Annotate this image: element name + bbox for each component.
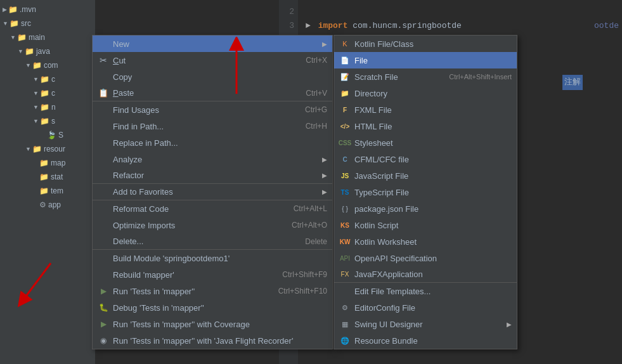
sitem-label: CFML/CFC file	[354, 155, 512, 164]
sitem-label: JavaScript File	[354, 171, 512, 181]
sitem-label: Resource Bundle	[354, 336, 512, 346]
menu-item-analyze[interactable]: Analyze ▶	[93, 151, 332, 167]
sitem-label: Kotlin Worksheet	[354, 237, 512, 247]
submenu-arrow-icon: ▶	[322, 188, 327, 195]
tree-item-src[interactable]: ▼ 📁 src	[0, 16, 95, 30]
folder-icon: 📁	[40, 75, 49, 84]
submenu-directory[interactable]: 📁 Directory	[334, 85, 517, 101]
menu-label: New	[113, 39, 322, 49]
tree-item-c1[interactable]: ▼ 📁 c	[0, 72, 95, 86]
submenu-scratch[interactable]: 📝 Scratch File Ctrl+Alt+Shift+Insert	[334, 68, 517, 85]
tree-label: tem	[51, 186, 63, 195]
tree-item-c2[interactable]: ▼ 📁 c	[0, 86, 95, 100]
menu-item-cut[interactable]: ✂ Cut Ctrl+X	[93, 52, 332, 68]
find-path-shortcut: Ctrl+H	[306, 122, 327, 131]
submenu-edit-templates[interactable]: Edit File Templates...	[334, 283, 517, 299]
menu-label: Optimize Imports	[113, 221, 287, 230]
menu-item-paste[interactable]: 📋 Paste Ctrl+V	[93, 85, 332, 101]
settings-icon: ⚙	[39, 200, 46, 209]
menu-item-run-tests[interactable]: ▶ Run 'Tests in 'mapper'' Ctrl+Shift+F10	[93, 283, 332, 299]
file-icon: 📄	[339, 55, 351, 66]
folder-icon: 📁	[17, 33, 27, 42]
res-icon: 🌐	[339, 335, 351, 346]
menu-item-add-favorites[interactable]: Add to Favorites ▶	[93, 184, 332, 200]
submenu-resource-bundle[interactable]: 🌐 Resource Bundle	[334, 332, 517, 349]
tree-item-stat[interactable]: 📁 stat	[0, 170, 95, 184]
submenu-js[interactable]: JS JavaScript File	[334, 167, 517, 184]
cut-shortcut: Ctrl+X	[306, 56, 327, 65]
openapi-icon: API	[339, 252, 351, 264]
tree-item-s[interactable]: ▼ 📁 s	[0, 114, 95, 128]
menu-item-reformat[interactable]: Reformat Code Ctrl+Alt+L	[93, 200, 332, 217]
submenu-html[interactable]: </> HTML File	[334, 118, 517, 134]
find-icon	[98, 104, 109, 115]
menu-label: Add to Favorites	[113, 187, 322, 197]
sitem-label: TypeScript File	[354, 188, 512, 197]
submenu-editorconfig[interactable]: ⚙ EditorConfig File	[334, 299, 517, 316]
submenu-kotlin-script[interactable]: KS Kotlin Script	[334, 217, 517, 233]
menu-item-optimize[interactable]: Optimize Imports Ctrl+Alt+O	[93, 217, 332, 233]
kw-icon: KW	[339, 236, 351, 247]
menu-item-copy[interactable]: Copy	[93, 68, 332, 85]
refactor-icon	[98, 170, 109, 181]
tree-label: s	[51, 117, 55, 126]
tree-item-tem[interactable]: 📁 tem	[0, 184, 95, 198]
submenu-fxml[interactable]: F FXML File	[334, 101, 517, 118]
cut-icon: ✂	[98, 55, 109, 66]
menu-item-build-module[interactable]: Build Module 'springbootdemo1'	[93, 250, 332, 266]
menu-item-jfr[interactable]: ◉ Run 'Tests in 'mapper'' with 'Java Fli…	[93, 332, 332, 349]
arrow-icon: ▶	[3, 6, 7, 13]
coverage-icon: ▶	[98, 318, 109, 330]
submenu-pkg[interactable]: { } package.json File	[334, 200, 517, 217]
submenu-file[interactable]: 📄 File	[334, 52, 517, 68]
menu-item-delete[interactable]: Delete... Delete	[93, 233, 332, 250]
sidebar: ▶ 📁 .mvn ▼ 📁 src ▼ 📁 main ▼ 📁 java ▼ 📁 c…	[0, 0, 95, 364]
menu-item-replace-path[interactable]: Replace in Path...	[93, 134, 332, 151]
tree-label: S	[58, 131, 63, 140]
tree-item-n[interactable]: ▼ 📁 n	[0, 100, 95, 114]
tree-item-resour[interactable]: ▼ 📁 resour	[0, 142, 95, 156]
sitem-label: Swing UI Designer	[354, 320, 507, 329]
jfr-icon: ◉	[98, 335, 109, 346]
menu-item-debug-tests[interactable]: 🐛 Debug 'Tests in 'mapper''	[93, 299, 332, 316]
sitem-label: package.json File	[354, 204, 512, 214]
submenu-kotlin-file[interactable]: K Kotlin File/Class	[334, 36, 517, 52]
rebuild-icon	[98, 269, 109, 280]
submenu-openapi[interactable]: API OpenAPI Specification	[334, 250, 517, 266]
submenu-javafx[interactable]: FX JavaFXApplication	[334, 266, 517, 283]
tree-item-java[interactable]: ▼ 📁 java	[0, 44, 95, 58]
gear-icon: ⚙	[339, 302, 351, 313]
menu-item-refactor[interactable]: Refactor ▶	[93, 167, 332, 184]
menu-item-find-in-path[interactable]: Find in Path... Ctrl+H	[93, 118, 332, 134]
context-menu: New ▶ K Kotlin File/Class 📄 File 📝 Scrat…	[92, 35, 333, 349]
submenu-cfml[interactable]: C CFML/CFC file	[334, 151, 517, 167]
find-usages-shortcut: Ctrl+G	[305, 105, 327, 114]
find-path-icon	[98, 120, 109, 132]
tree-item-com[interactable]: ▼ 📁 com	[0, 58, 95, 72]
menu-label: Paste	[113, 88, 301, 98]
rebuild-shortcut: Ctrl+Shift+F9	[282, 270, 327, 279]
submenu-arrow-icon: ▶	[507, 321, 512, 328]
sitem-label: File	[354, 56, 512, 65]
tree-item-mvn[interactable]: ▶ 📁 .mvn	[0, 3, 95, 16]
dir-icon: 📁	[339, 88, 351, 99]
menu-item-rebuild[interactable]: Rebuild 'mapper' Ctrl+Shift+F9	[93, 266, 332, 283]
menu-item-new[interactable]: New ▶ K Kotlin File/Class 📄 File 📝 Scrat…	[93, 36, 332, 52]
delete-icon	[98, 236, 109, 247]
kotlin-icon: K	[339, 38, 351, 49]
tree-item-map[interactable]: 📁 map	[0, 156, 95, 170]
submenu-stylesheet[interactable]: CSS Stylesheet	[334, 134, 517, 151]
tree-label: map	[51, 159, 65, 167]
submenu-swing[interactable]: ▦ Swing UI Designer ▶	[334, 316, 517, 332]
submenu-ts[interactable]: TS TypeScript File	[334, 184, 517, 200]
submenu-kotlin-worksheet[interactable]: KW Kotlin Worksheet	[334, 233, 517, 250]
paste-shortcut: Ctrl+V	[306, 89, 327, 98]
menu-item-coverage[interactable]: ▶ Run 'Tests in 'mapper'' with Coverage	[93, 316, 332, 332]
menu-item-find-usages[interactable]: Find Usages Ctrl+G	[93, 101, 332, 118]
tree-item-S-file[interactable]: 🍃 S	[0, 128, 95, 142]
submenu-new: K Kotlin File/Class 📄 File 📝 Scratch Fil…	[334, 35, 517, 349]
tree-item-main[interactable]: ▼ 📁 main	[0, 30, 95, 44]
sitem-label: Scratch File	[354, 72, 449, 82]
folder-icon: 📁	[39, 186, 49, 195]
tree-item-app[interactable]: ⚙ app	[0, 198, 95, 212]
